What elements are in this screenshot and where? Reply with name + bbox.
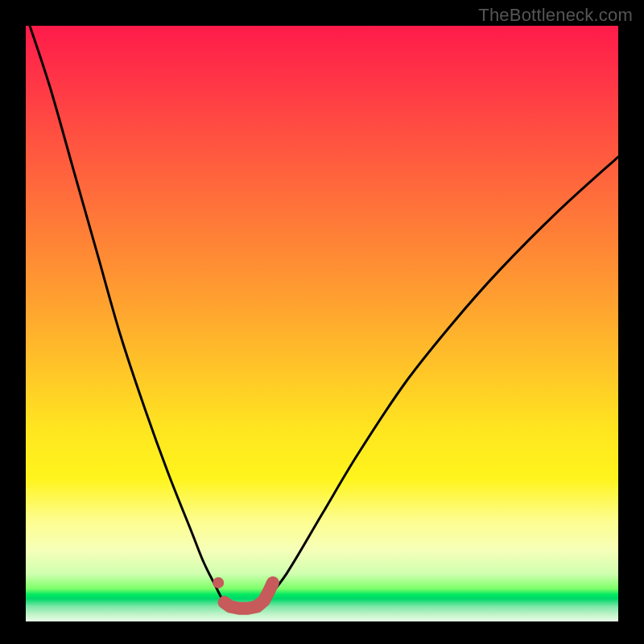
bottom-marker-lone-dot [213, 577, 224, 588]
watermark-text: TheBottleneck.com [478, 5, 633, 26]
plot-area [26, 26, 618, 621]
chart-frame: TheBottleneck.com [0, 0, 644, 644]
curve-svg [26, 26, 618, 621]
curve-left-branch [26, 14, 225, 604]
curve-right-branch [262, 157, 618, 604]
bottom-marker-stroke [225, 583, 273, 609]
